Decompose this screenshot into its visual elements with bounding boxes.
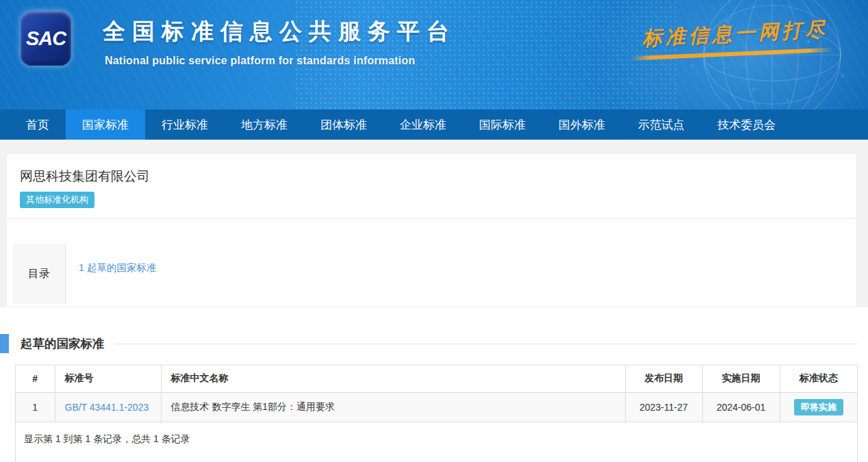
- section-marker: [0, 334, 9, 353]
- status-cell: 即将实施: [780, 392, 857, 422]
- toc-label: 目录: [13, 244, 66, 304]
- site-banner: SAC 全国标准信息公共服务平台 National public service…: [0, 0, 868, 110]
- table-row: 1 GB/T 43441.1-2023 信息技术 数字孪生 第1部分：通用要求 …: [16, 392, 857, 422]
- drafted-standards-section: 起草的国家标准 # 标准号 标准中文名称 发布日期 实施日期 标准状态 1 GB…: [0, 307, 868, 462]
- table-header-row: # 标准号 标准中文名称 发布日期 实施日期 标准状态: [16, 365, 857, 392]
- main-nav: 首页 国家标准 行业标准 地方标准 团体标准 企业标准 国际标准 国外标准 示范…: [0, 110, 868, 140]
- nav-item-foreign-standards[interactable]: 国外标准: [542, 110, 622, 140]
- nav-item-home[interactable]: 首页: [10, 110, 66, 140]
- implement-date-cell: 2024-06-01: [702, 392, 780, 422]
- upper-band: 网思科技集团有限公司 其他标准化机构 目录 1 起草的国家标准: [0, 140, 868, 307]
- org-name: 网思科技集团有限公司: [20, 168, 845, 185]
- nav-item-enterprise-standards[interactable]: 企业标准: [383, 110, 463, 140]
- section-header: 起草的国家标准: [0, 334, 868, 353]
- nav-item-industry-standards[interactable]: 行业标准: [145, 110, 225, 140]
- sparkle-dots: [0, 0, 1, 1]
- col-header-status: 标准状态: [780, 365, 857, 392]
- org-block: 网思科技集团有限公司 其他标准化机构: [7, 154, 856, 219]
- nav-item-international-standards[interactable]: 国际标准: [463, 110, 542, 140]
- col-header-publish-date: 发布日期: [625, 365, 702, 392]
- standard-code-link[interactable]: GB/T 43441.1-2023: [65, 402, 149, 413]
- col-header-implement-date: 实施日期: [702, 365, 780, 392]
- row-index-cell: 1: [16, 392, 55, 422]
- col-header-standard-code: 标准号: [55, 365, 161, 392]
- section-title: 起草的国家标准: [21, 335, 105, 352]
- standards-table-wrapper: # 标准号 标准中文名称 发布日期 实施日期 标准状态 1 GB/T 43441…: [15, 365, 858, 462]
- toc-content: 1 起草的国家标准: [66, 244, 845, 304]
- toc-area: 目录 1 起草的国家标准: [7, 219, 856, 307]
- table-record-summary: 显示第 1 到第 1 条记录，总共 1 条记录: [16, 422, 857, 462]
- col-header-standard-name: 标准中文名称: [161, 365, 625, 392]
- status-badge: 即将实施: [794, 399, 843, 415]
- nav-item-technical-committees[interactable]: 技术委员会: [701, 110, 792, 140]
- toc-link-drafted-national-standards[interactable]: 1 起草的国家标准: [79, 262, 157, 273]
- nav-item-national-standards[interactable]: 国家标准: [66, 110, 145, 140]
- standard-name-cell: 信息技术 数字孪生 第1部分：通用要求: [161, 392, 625, 422]
- nav-item-group-standards[interactable]: 团体标准: [304, 110, 383, 140]
- publish-date-cell: 2023-11-27: [625, 392, 702, 422]
- sac-logo[interactable]: SAC: [21, 11, 71, 66]
- platform-title-block: 全国标准信息公共服务平台 National public service pla…: [103, 16, 456, 67]
- nav-item-pilot-demonstration[interactable]: 示范试点: [622, 110, 701, 140]
- org-type-badge: 其他标准化机构: [20, 192, 94, 208]
- org-panel: 网思科技集团有限公司 其他标准化机构 目录 1 起草的国家标准: [6, 153, 857, 307]
- platform-title: 全国标准信息公共服务平台: [103, 16, 456, 47]
- standard-code-cell: GB/T 43441.1-2023: [55, 392, 161, 422]
- standards-table: # 标准号 标准中文名称 发布日期 实施日期 标准状态 1 GB/T 43441…: [16, 365, 857, 422]
- section-rule: [114, 344, 858, 344]
- col-header-index: #: [16, 365, 55, 392]
- platform-subtitle: National public service platform for sta…: [105, 55, 456, 67]
- nav-item-local-standards[interactable]: 地方标准: [225, 110, 304, 140]
